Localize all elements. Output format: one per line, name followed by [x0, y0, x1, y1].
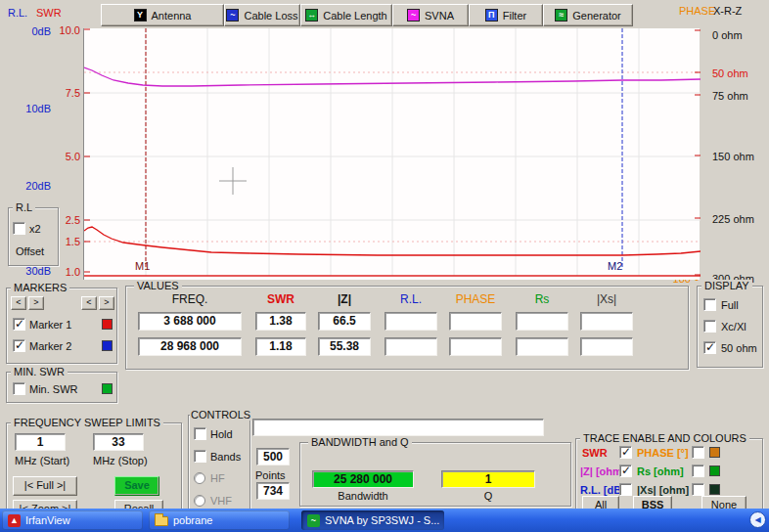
- bandwidth-field: 25 280 000: [312, 470, 414, 488]
- sweep-chart[interactable]: [83, 28, 700, 280]
- svna-taskbar-icon: ~: [307, 514, 320, 527]
- cable-loss-button[interactable]: ~ Cable Loss: [224, 4, 300, 26]
- rl-scale-label: R.L.: [8, 7, 27, 19]
- antenna-button[interactable]: Y Antenna: [101, 4, 224, 26]
- trace-rs-color-swatch[interactable]: [709, 466, 720, 476]
- m1-freq-value: 3 688 000: [138, 312, 242, 331]
- xrz-scale-label: X-R-Z: [713, 5, 742, 17]
- trace-box-title: TRACE ENABLE AND COLOURS: [580, 432, 749, 444]
- trace-rs-label: Rs [ohm]: [637, 466, 684, 477]
- marker2-flag[interactable]: M2: [608, 260, 622, 272]
- trace-xs-checkbox[interactable]: [692, 483, 704, 496]
- trace-phase-color-swatch[interactable]: [709, 447, 720, 458]
- marker1-prev-button[interactable]: <: [11, 296, 26, 310]
- header-rl: R.L.: [384, 292, 437, 306]
- min-swr-checkbox[interactable]: [13, 382, 25, 395]
- full-span-button[interactable]: |< Full >|: [13, 476, 77, 496]
- svna-button-label: SVNA: [425, 10, 454, 22]
- trace-rl-checkbox[interactable]: [619, 483, 632, 496]
- start-freq-field[interactable]: 1: [15, 433, 66, 451]
- marker1-checkbox[interactable]: [13, 318, 25, 331]
- bands-checkbox[interactable]: [194, 450, 206, 463]
- header-phase: PHASE: [449, 292, 502, 306]
- vhf-radio[interactable]: [194, 495, 205, 507]
- swr-tick-5: 5.0: [55, 151, 80, 162]
- taskbar-item-svna[interactable]: ~ SVNA by SP3SWJ - S...: [301, 510, 444, 530]
- taskbar: ▲ IrfanView pobrane ~ SVNA by SP3SWJ - S…: [0, 509, 769, 532]
- m1-xs-value: [580, 312, 633, 331]
- hold-checkbox[interactable]: [194, 427, 206, 440]
- hf-radio[interactable]: [194, 472, 205, 484]
- display-full-checkbox[interactable]: [703, 298, 716, 311]
- notification-chevron-icon[interactable]: ◀: [749, 511, 766, 528]
- generator-button[interactable]: ≈ Generator: [543, 4, 633, 26]
- trace-xs-label: |Xs| [ohm]: [637, 484, 689, 496]
- cable-length-button-label: Cable Length: [323, 10, 386, 22]
- cable-loss-icon: ~: [226, 9, 239, 22]
- svna-icon: ~: [407, 9, 420, 22]
- trace-rl-label: R.L. [dB]: [580, 484, 625, 496]
- taskbar-item-irfanview[interactable]: ▲ IrfanView: [2, 510, 143, 530]
- db-tick-20: 20dB: [20, 180, 51, 192]
- m1-z-value: 66.5: [318, 312, 371, 331]
- bandwidth-label: Bandwidth: [312, 490, 414, 502]
- m2-z-value: 55.38: [318, 337, 371, 356]
- ohm-tick-0: 0 ohm: [712, 29, 743, 41]
- x2-checkbox[interactable]: [13, 222, 25, 235]
- display-xcxl-label: Xc/Xl: [721, 321, 746, 332]
- stop-freq-field[interactable]: 33: [93, 433, 144, 451]
- min-swr-box-title: MIN. SWR: [11, 366, 68, 377]
- marker1-next-button[interactable]: >: [28, 296, 44, 310]
- swr-tick-7-5: 7.5: [55, 87, 80, 99]
- rl-offset-box: R.L x2 Offset: [8, 207, 59, 266]
- display-50ohm-label: 50 ohm: [721, 342, 757, 354]
- marker1-color-swatch: [102, 319, 113, 330]
- display-50ohm-checkbox[interactable]: [703, 341, 716, 354]
- filter-icon: Π: [485, 9, 498, 22]
- marker2-label: Marker 2: [29, 340, 71, 352]
- filter-button[interactable]: Π Filter: [469, 4, 543, 26]
- ohm-tick-50: 50 ohm: [712, 67, 748, 79]
- svna-button[interactable]: ~ SVNA: [392, 4, 469, 26]
- offset-label: Offset: [16, 245, 44, 257]
- header-xs: |Xs|: [580, 292, 633, 306]
- trace-swr-label: SWR: [582, 447, 608, 459]
- bandwidth-box: BANDWIDTH and Q 25 280 000 1 Bandwidth Q: [299, 442, 571, 507]
- cable-loss-button-label: Cable Loss: [244, 10, 297, 22]
- display-xcxl-checkbox[interactable]: [703, 320, 716, 332]
- taskbar-item-irfanview-label: IrfanView: [25, 514, 70, 526]
- points-alt-field[interactable]: 734: [256, 482, 290, 500]
- display-full-label: Full: [721, 299, 739, 311]
- trace-z-checkbox[interactable]: [619, 465, 632, 477]
- db-tick-0: 0dB: [20, 25, 51, 37]
- taskbar-item-pobrane[interactable]: pobrane: [149, 510, 290, 530]
- values-box: VALUES FREQ. SWR |Z| R.L. PHASE Rs |Xs| …: [125, 286, 689, 370]
- ohm-tick-150: 150 ohm: [712, 151, 754, 162]
- trace-rs-checkbox[interactable]: [692, 465, 704, 477]
- hf-label: HF: [210, 472, 225, 484]
- markers-box: MARKERS < > < > Marker 1 Marker 2: [6, 288, 117, 364]
- marker2-prev-button[interactable]: <: [81, 296, 97, 310]
- m2-rl-value: [384, 337, 437, 356]
- marker1-flag[interactable]: M1: [135, 260, 150, 272]
- q-label: Q: [441, 490, 535, 502]
- header-z: |Z|: [318, 292, 371, 306]
- antenna-button-label: Antenna: [152, 10, 192, 22]
- trace-phase-checkbox[interactable]: [692, 446, 704, 459]
- status-field[interactable]: [252, 419, 544, 436]
- trace-xs-color-swatch[interactable]: [709, 484, 720, 495]
- cable-length-button[interactable]: ↔ Cable Length: [300, 4, 392, 26]
- vhf-label: VHF: [210, 495, 232, 507]
- points-label: Points: [255, 469, 286, 481]
- swr-scale-label: SWR: [36, 7, 62, 19]
- filter-button-label: Filter: [503, 10, 526, 22]
- taskbar-item-svna-label: SVNA by SP3SWJ - S...: [325, 514, 439, 526]
- phase-scale-label: PHASE: [679, 5, 715, 17]
- marker2-checkbox[interactable]: [13, 339, 25, 352]
- m1-swr-value: 1.38: [255, 312, 306, 331]
- marker2-next-button[interactable]: >: [99, 296, 114, 310]
- generator-icon: ≈: [555, 9, 567, 22]
- trace-swr-checkbox[interactable]: [619, 446, 632, 459]
- points-field[interactable]: 500: [256, 448, 290, 466]
- save-button[interactable]: Save: [114, 476, 159, 496]
